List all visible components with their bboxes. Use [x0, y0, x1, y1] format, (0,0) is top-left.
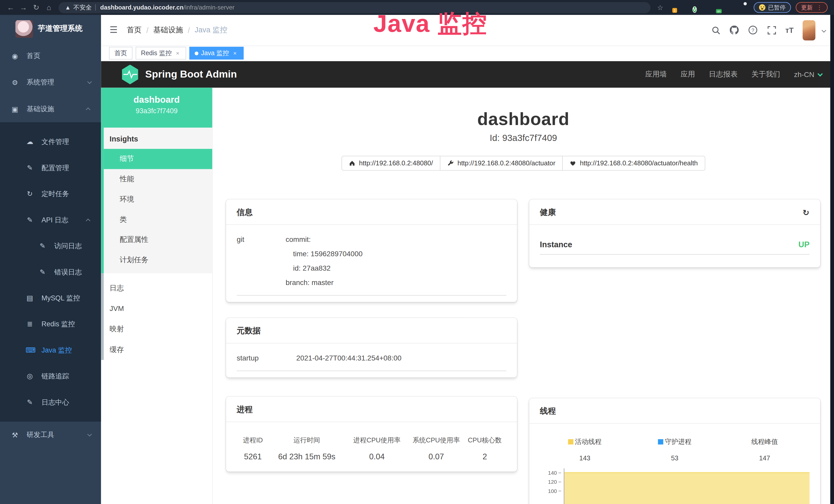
help-icon[interactable]: ? — [748, 25, 758, 35]
sidebar-item-access-log[interactable]: ✎ 访问日志 — [0, 233, 101, 259]
breadcrumb-home[interactable]: 首页 — [127, 25, 141, 35]
insights-item-classes[interactable]: 类 — [104, 209, 212, 230]
profile-paused-badge[interactable]: 已暂停 — [753, 2, 791, 13]
sba-nav-wallboard[interactable]: 应用墙 — [645, 70, 667, 79]
left-column: 信息 git commit: time: 1596289704000 id: 2… — [226, 200, 517, 472]
threads-chart: 140 120 100 — [540, 468, 810, 504]
browser-back-icon[interactable]: ← — [4, 1, 17, 14]
sidebar-item-dev-tools[interactable]: ⚒ 研发工具 — [0, 421, 101, 448]
tab-java-monitor[interactable]: Java 监控 × — [189, 47, 243, 60]
sidebar-item-home[interactable]: ◉ 首页 — [0, 43, 101, 69]
search-icon[interactable] — [711, 25, 721, 35]
process-table-header: 进程ID 运行时间 进程CPU使用率 系统CPU使用率 CPU核心数 — [237, 436, 506, 445]
sba-locale-select[interactable]: zh-CN — [794, 70, 821, 78]
github-icon[interactable] — [729, 25, 739, 35]
browser-update-button[interactable]: 更新 ⋮ — [796, 2, 828, 13]
tab-redis-monitor[interactable]: Redis 监控 × — [136, 47, 186, 60]
page-subtitle: Id: 93a3fc7f7409 — [213, 133, 834, 143]
sidebar-item-caches[interactable]: 缓存 — [104, 339, 212, 360]
right-pane: ☰ 首页 / 基础设施 / Java 监控 ? — [101, 15, 834, 504]
chevron-down-icon — [87, 432, 92, 436]
sba-nav-about[interactable]: 关于我们 — [751, 70, 780, 79]
actuator-url-button[interactable]: http://192.168.0.2:48080/actuator — [440, 156, 563, 171]
address-bar[interactable]: ▲ 不安全 dashboard.yudao.iocoder.cn /infra/… — [59, 2, 651, 13]
user-avatar[interactable] — [803, 20, 815, 40]
edit-icon: ✎ — [38, 268, 47, 276]
browser-menu-icon[interactable]: ⋮ — [816, 4, 822, 11]
sba-nav-applications[interactable]: 应用 — [681, 70, 695, 79]
sba-nav: 应用墙 应用 日志报表 关于我们 zh-CN — [645, 70, 821, 79]
extension-orange-icon[interactable]: 1 — [668, 4, 676, 11]
url-path: /infra/admin-server — [183, 4, 235, 11]
close-icon[interactable]: × — [232, 50, 238, 56]
hamburger-icon[interactable]: ☰ — [110, 24, 118, 36]
sidebar-item-api-log[interactable]: ✎ API 日志 — [0, 207, 101, 233]
extension-leaf-icon[interactable] — [729, 4, 737, 11]
fullscreen-icon[interactable] — [767, 25, 776, 35]
close-icon[interactable]: × — [174, 50, 181, 56]
row-divider — [237, 370, 506, 371]
insights-item-environment[interactable]: 环境 — [104, 189, 212, 209]
sidebar-item-java-monitor[interactable]: ⌨ Java 监控 — [0, 337, 101, 363]
bookmark-star-icon[interactable]: ☆ — [657, 3, 663, 11]
extensions-puzzle-icon[interactable] — [742, 4, 749, 11]
breadcrumb: 首页 / 基础设施 / Java 监控 — [127, 25, 227, 35]
insights-item-config-props[interactable]: 配置属性 — [104, 230, 212, 250]
app-logo-row[interactable]: 芋道管理系统 — [0, 15, 101, 43]
extension-green-v-icon[interactable]: V — [693, 4, 700, 11]
sba-brand[interactable]: Spring Boot Admin — [145, 69, 237, 81]
sidebar-item-system[interactable]: ⚙ 系统管理 — [0, 69, 101, 96]
heartbeat-icon — [570, 160, 576, 166]
browser-refresh-icon[interactable]: ↻ — [30, 1, 43, 14]
sidebar-item-mysql-monitor[interactable]: ▤ MySQL 监控 — [0, 285, 101, 311]
sidebar-item-scheduled-task[interactable]: ↻ 定时任务 — [0, 181, 101, 207]
breadcrumb-infra[interactable]: 基础设施 — [153, 25, 183, 35]
avatar-caret-icon[interactable] — [822, 28, 826, 32]
screen: ← → ↻ ⌂ ▲ 不安全 dashboard.yudao.iocoder.cn… — [0, 0, 834, 504]
sidebar-infra-submenu: ☁ 文件管理 ✎ 配置管理 ↻ 定时任务 ✎ API 日志 ✎ — [0, 122, 101, 421]
briefcase-icon: ⚒ — [10, 431, 19, 439]
service-url-button[interactable]: http://192.168.0.2:48080/ — [342, 156, 440, 171]
chevron-down-icon — [817, 71, 823, 76]
app-shell: 芋道管理系统 ◉ 首页 ⚙ 系统管理 ▣ 基础设施 ☁ 文件管理 — [0, 15, 834, 504]
page-title: dashboard — [213, 109, 834, 130]
metadata-card: 元数据 startup 2021-04-27T00:44:31.254+08:0… — [226, 318, 517, 377]
main-panel: dashboard Id: 93a3fc7f7409 http://192.16… — [213, 88, 834, 504]
instance-content: dashboard 93a3fc7f7409 Insights 细节 性能 环境… — [101, 88, 834, 504]
database-icon: ▤ — [25, 294, 34, 302]
font-size-icon[interactable]: ᴛT — [786, 26, 794, 34]
browser-forward-icon[interactable]: → — [17, 1, 30, 14]
active-dot-icon — [195, 51, 198, 55]
insights-item-scheduled-tasks[interactable]: 计划任务 — [104, 250, 212, 270]
extension-pin-icon[interactable] — [680, 4, 688, 11]
git-id-line: id: 27aa832 — [286, 261, 506, 275]
extension-lines-on-icon[interactable]: on — [717, 4, 724, 11]
sidebar-item-logs[interactable]: 日志 — [104, 278, 212, 299]
metadata-row: startup 2021-04-27T00:44:31.254+08:00 — [237, 351, 506, 365]
history-icon[interactable]: ↺ — [803, 208, 810, 217]
health-url-button[interactable]: http://192.168.0.2:48080/actuator/health — [562, 156, 705, 171]
insights-item-details[interactable]: 细节 — [104, 149, 212, 169]
health-card-title: 健康 — [540, 207, 556, 217]
sba-nav-journal[interactable]: 日志报表 — [709, 70, 738, 79]
sidebar-item-file-manage[interactable]: ☁ 文件管理 — [0, 129, 101, 155]
tab-home[interactable]: 首页 — [109, 47, 133, 60]
sidebar-item-config-manage[interactable]: ✎ 配置管理 — [0, 155, 101, 181]
home-icon — [349, 160, 355, 166]
sidebar-item-log-center[interactable]: ✎ 日志中心 — [0, 389, 101, 415]
sidebar-item-redis-monitor[interactable]: ≣ Redis 监控 — [0, 311, 101, 337]
live-threads-legend-icon — [568, 439, 574, 444]
extension-grid-icon[interactable] — [705, 4, 712, 11]
sidebar-item-jvm[interactable]: JVM — [104, 299, 212, 319]
sidebar-item-error-log[interactable]: ✎ 错误日志 — [0, 259, 101, 285]
sidebar-item-infra[interactable]: ▣ 基础设施 — [0, 96, 101, 122]
sba-logo-icon — [121, 65, 139, 85]
process-pid: 5261 — [237, 452, 269, 461]
browser-home-icon[interactable]: ⌂ — [43, 1, 56, 14]
sidebar-item-mappings[interactable]: 映射 — [104, 319, 212, 339]
insights-item-metrics[interactable]: 性能 — [104, 169, 212, 189]
sidebar-item-trace[interactable]: ◎ 链路追踪 — [0, 363, 101, 389]
system-cpu: 0.07 — [409, 452, 463, 461]
row-divider — [540, 254, 810, 255]
terminal-icon: ⌨ — [25, 346, 34, 354]
